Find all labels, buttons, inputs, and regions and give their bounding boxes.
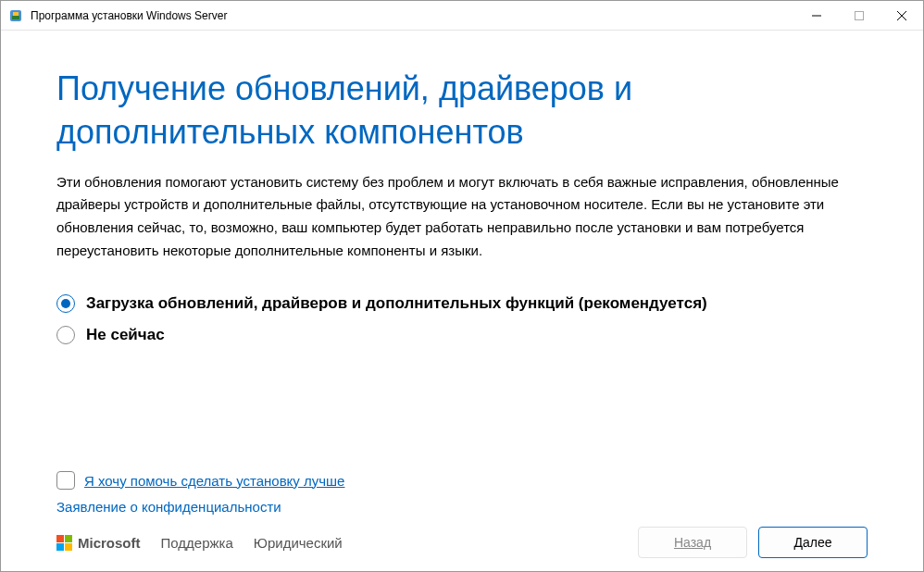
lower-block: Я хочу помочь сделать установку лучше За… xyxy=(56,471,868,516)
svg-rect-4 xyxy=(855,11,864,19)
support-link[interactable]: Поддержка xyxy=(161,535,233,551)
radio-label-download: Загрузка обновлений, драйверов и дополни… xyxy=(86,294,707,313)
radio-indicator-unselected xyxy=(56,326,75,344)
microsoft-logo: Microsoft xyxy=(56,535,141,551)
footer-buttons: Назад Далее xyxy=(638,527,868,558)
microsoft-logo-icon xyxy=(56,535,72,551)
next-button-label: Далее xyxy=(793,535,831,550)
help-improve-checkbox[interactable] xyxy=(56,471,75,490)
back-button-label: Назад xyxy=(674,535,711,550)
window-controls xyxy=(795,1,923,30)
help-improve-link[interactable]: Я хочу помочь сделать установку лучше xyxy=(84,473,344,489)
back-button: Назад xyxy=(638,527,747,558)
page-description: Эти обновления помогают установить систе… xyxy=(56,171,868,263)
window-title: Программа установки Windows Server xyxy=(31,9,795,22)
radio-dot xyxy=(61,299,70,308)
titlebar: Программа установки Windows Server xyxy=(1,1,923,31)
footer-left: Microsoft Поддержка Юридический xyxy=(56,535,343,551)
maximize-button xyxy=(838,1,880,30)
microsoft-label: Microsoft xyxy=(78,535,141,551)
minimize-button[interactable] xyxy=(795,1,838,30)
radio-download-updates[interactable]: Загрузка обновлений, драйверов и дополни… xyxy=(56,294,868,313)
svg-rect-1 xyxy=(12,16,19,19)
content-area: Получение обновлений, драйверов и дополн… xyxy=(1,31,923,571)
page-title: Получение обновлений, драйверов и дополн… xyxy=(56,68,868,155)
radio-not-now[interactable]: Не сейчас xyxy=(56,326,868,344)
close-button[interactable] xyxy=(880,1,923,30)
radio-indicator-selected xyxy=(56,294,75,313)
footer: Microsoft Поддержка Юридический Назад Да… xyxy=(56,527,868,558)
help-improve-row: Я хочу помочь сделать установку лучше xyxy=(56,471,868,490)
svg-rect-2 xyxy=(13,12,19,16)
privacy-statement-link[interactable]: Заявление о конфиденциальности xyxy=(56,499,281,515)
update-options-group: Загрузка обновлений, драйверов и дополни… xyxy=(56,294,868,344)
app-icon xyxy=(8,8,23,23)
next-button[interactable]: Далее xyxy=(758,527,868,558)
radio-label-not-now: Не сейчас xyxy=(86,326,165,344)
legal-link[interactable]: Юридический xyxy=(254,535,343,551)
